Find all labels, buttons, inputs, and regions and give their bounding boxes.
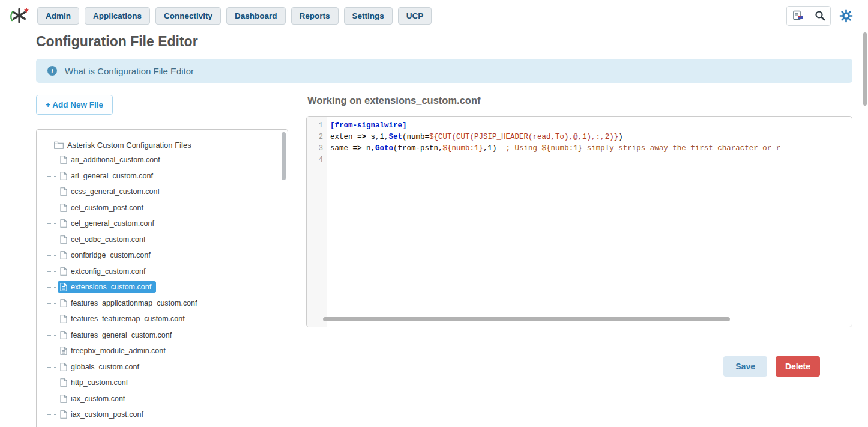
tree-file-item[interactable]: http_custom.conf xyxy=(47,375,282,391)
file-tree-children: ari_additional_custom.confari_general_cu… xyxy=(47,152,282,423)
tree-file-row[interactable]: ccss_general_custom.conf xyxy=(58,186,164,198)
topbar-right-icons xyxy=(786,6,856,26)
tree-root-folder[interactable]: Asterisk Custom Configuration Files xyxy=(44,138,282,152)
info-icon: i xyxy=(47,66,57,76)
file-name: ari_additional_custom.conf xyxy=(71,156,160,164)
save-button[interactable]: Save xyxy=(723,356,767,377)
page-vertical-scrollbar[interactable] xyxy=(863,32,867,106)
add-new-file-button[interactable]: + Add New File xyxy=(36,95,113,115)
language-icon[interactable] xyxy=(787,7,809,25)
tree-file-item[interactable]: ari_general_custom.conf xyxy=(47,168,282,184)
tree-file-item[interactable]: features_applicationmap_custom.conf xyxy=(47,295,282,312)
editor-column: Working on extensions_custom.conf 1234 [… xyxy=(306,95,852,377)
tree-file-item[interactable]: ari_additional_custom.conf xyxy=(47,152,282,168)
main-nav: AdminApplicationsConnectivityDashboardRe… xyxy=(37,7,432,25)
tree-file-row[interactable]: features_general_custom.conf xyxy=(58,329,176,341)
tree-file-item[interactable]: extensions_custom.conf xyxy=(47,279,282,295)
tree-file-row[interactable]: http_custom.conf xyxy=(58,377,133,389)
file-icon xyxy=(60,395,67,403)
file-icon xyxy=(60,315,67,323)
line-number-gutter: 1234 xyxy=(307,117,327,327)
tree-file-row[interactable]: freepbx_module_admin.conf xyxy=(58,345,170,357)
freepbx-logo-graphic xyxy=(10,7,29,24)
tree-file-item[interactable]: features_featuremap_custom.conf xyxy=(47,311,282,327)
file-name: cel_odbc_custom.conf xyxy=(71,235,145,244)
main-content: Configuration File Editor i What is Conf… xyxy=(0,31,868,427)
topbar-icon-group xyxy=(786,6,831,26)
code-editor[interactable]: 1234 [from-signalwire]exten => s,1,Set(n… xyxy=(306,116,852,327)
file-name: confbridge_custom.conf xyxy=(71,251,151,259)
file-tree-panel: Asterisk Custom Configuration Files ari_… xyxy=(36,129,288,427)
code-area[interactable]: [from-signalwire]exten => s,1,Set(numb=$… xyxy=(327,117,852,327)
content-row: + Add New File Asterisk Custom Configura… xyxy=(36,95,852,427)
tree-file-item[interactable]: confbridge_custom.conf xyxy=(47,247,282,264)
nav-item-settings[interactable]: Settings xyxy=(344,7,393,25)
file-icon xyxy=(60,156,67,164)
file-tree-column: + Add New File Asterisk Custom Configura… xyxy=(36,95,288,427)
tree-file-row[interactable]: confbridge_custom.conf xyxy=(58,249,155,261)
code-line: exten => s,1,Set(numb=${CUT(CUT(PJSIP_HE… xyxy=(330,132,847,143)
file-icon xyxy=(60,363,67,371)
tree-file-item[interactable]: cel_general_custom.conf xyxy=(47,216,282,232)
file-icon xyxy=(60,204,67,212)
editor-horizontal-scrollbar[interactable] xyxy=(323,317,730,321)
file-icon xyxy=(60,410,67,419)
tree-file-row[interactable]: extconfig_custom.conf xyxy=(58,265,150,277)
tree-file-item[interactable]: ccss_general_custom.conf xyxy=(47,184,282,200)
tree-file-row[interactable]: cel_custom_post.conf xyxy=(58,202,148,214)
delete-button[interactable]: Delete xyxy=(776,356,820,377)
file-icon xyxy=(60,219,67,228)
tree-file-item[interactable]: extconfig_custom.conf xyxy=(47,264,282,280)
nav-item-dashboard[interactable]: Dashboard xyxy=(226,7,286,25)
nav-item-connectivity[interactable]: Connectivity xyxy=(155,7,221,25)
line-number: 3 xyxy=(307,143,323,154)
search-icon[interactable] xyxy=(809,7,830,25)
file-icon xyxy=(60,172,67,180)
tree-file-item[interactable]: iax_custom_post.conf xyxy=(47,407,282,423)
tree-file-row[interactable]: globals_custom.conf xyxy=(58,361,144,373)
file-name: extensions_custom.conf xyxy=(71,283,151,291)
editor-actions: Save Delete xyxy=(306,356,852,377)
tree-file-row[interactable]: iax_custom.conf xyxy=(58,393,130,405)
nav-item-ucp[interactable]: UCP xyxy=(398,7,432,25)
tree-file-item[interactable]: globals_custom.conf xyxy=(47,359,282,375)
tree-file-row[interactable]: features_featuremap_custom.conf xyxy=(58,313,190,325)
tree-vertical-scrollbar[interactable] xyxy=(282,132,286,180)
file-name: features_general_custom.conf xyxy=(71,331,172,339)
file-name: ccss_general_custom.conf xyxy=(71,187,160,196)
tree-file-row[interactable]: cel_odbc_custom.conf xyxy=(58,234,150,246)
gear-icon[interactable] xyxy=(836,7,856,25)
info-alert-text: What is Configuration File Editor xyxy=(65,66,194,76)
info-alert[interactable]: i What is Configuration File Editor xyxy=(36,59,852,83)
language-icon-graphic xyxy=(792,10,804,22)
file-name: iax_custom_post.conf xyxy=(71,410,143,419)
tree-file-row[interactable]: cel_general_custom.conf xyxy=(58,217,159,229)
tree-file-row[interactable]: features_applicationmap_custom.conf xyxy=(58,297,202,309)
nav-item-admin[interactable]: Admin xyxy=(37,7,79,25)
collapse-icon[interactable] xyxy=(44,142,50,148)
tree-file-row[interactable]: iax_custom_post.conf xyxy=(58,408,148,420)
search-icon-graphic xyxy=(815,10,825,21)
tree-file-item[interactable]: features_general_custom.conf xyxy=(47,327,282,344)
code-line: same => n,Goto(from-pstn,${numb:1},1) ; … xyxy=(330,143,847,154)
line-number: 1 xyxy=(307,120,323,132)
tree-file-row[interactable]: extensions_custom.conf xyxy=(58,281,156,293)
working-on-heading: Working on extensions_custom.conf xyxy=(307,95,852,106)
nav-item-reports[interactable]: Reports xyxy=(291,7,339,25)
file-icon xyxy=(60,235,67,244)
file-name: freepbx_module_admin.conf xyxy=(71,347,166,355)
gear-icon-graphic xyxy=(839,9,853,23)
file-icon xyxy=(60,331,67,339)
tree-file-item[interactable]: cel_custom_post.conf xyxy=(47,200,282,216)
nav-item-applications[interactable]: Applications xyxy=(85,7,150,25)
tree-file-row[interactable]: ari_general_custom.conf xyxy=(58,170,158,182)
freepbx-logo[interactable] xyxy=(10,7,29,24)
tree-file-item[interactable]: freepbx_module_admin.conf xyxy=(47,343,282,359)
file-name: http_custom.conf xyxy=(71,378,128,387)
tree-file-item[interactable]: cel_odbc_custom.conf xyxy=(47,232,282,248)
tree-file-item[interactable]: iax_custom.conf xyxy=(47,391,282,407)
file-name: globals_custom.conf xyxy=(71,363,139,371)
page-title: Configuration File Editor xyxy=(36,34,852,50)
file-name: iax_custom.conf xyxy=(71,395,125,403)
tree-file-row[interactable]: ari_additional_custom.conf xyxy=(58,154,165,166)
